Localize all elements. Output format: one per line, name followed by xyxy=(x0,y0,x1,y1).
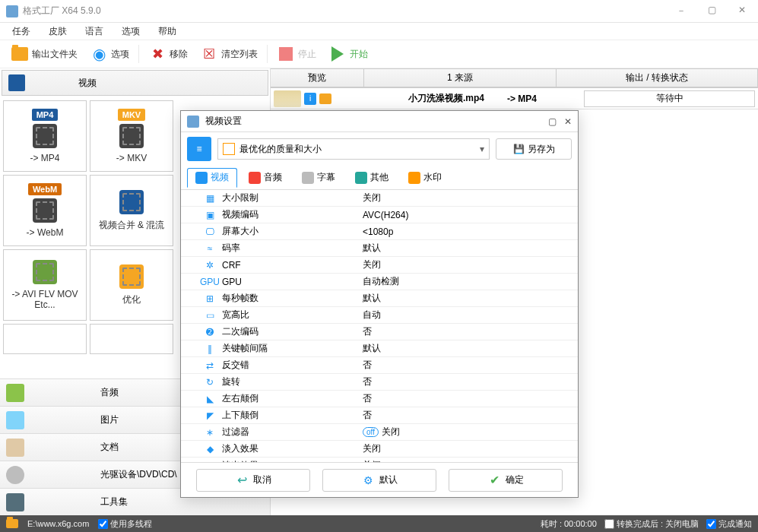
sb-folder-icon[interactable] xyxy=(6,519,18,528)
setting-row-2[interactable]: 🖵屏幕大小<1080p xyxy=(181,223,578,240)
optimize-icon xyxy=(119,264,144,289)
sb-notify[interactable]: 完成通知 xyxy=(706,518,752,530)
format-webm[interactable]: WebM -> WebM xyxy=(3,175,87,246)
clear-list-button[interactable]: ☒ 清空列表 xyxy=(194,43,264,65)
setting-value: 默认 xyxy=(363,242,572,255)
avi-icon xyxy=(33,260,57,284)
setting-row-13[interactable]: ◤上下颠倒否 xyxy=(181,407,578,424)
tab-subtitle[interactable]: 字幕 xyxy=(293,168,344,188)
format-optimize[interactable]: 优化 xyxy=(90,249,173,321)
profile-list-button[interactable]: ≡ xyxy=(187,137,211,161)
menu-language[interactable]: 语言 xyxy=(78,24,111,40)
setting-row-8[interactable]: ➋二次编码否 xyxy=(181,324,578,340)
format-mp4[interactable]: MP4 -> MP4 xyxy=(3,100,87,172)
tab-video[interactable]: 视频 xyxy=(187,168,237,188)
col-preview[interactable]: 预览 xyxy=(271,68,364,87)
clear-icon: ☒ xyxy=(200,45,218,63)
default-button[interactable]: ⚙默认 xyxy=(322,469,436,492)
audio-tab-icon xyxy=(249,172,261,184)
setting-row-1[interactable]: ▣视频编码AVC(H264) xyxy=(181,207,578,223)
menu-help[interactable]: 帮助 xyxy=(151,24,184,40)
document-icon xyxy=(6,439,24,457)
tab-watermark[interactable]: 水印 xyxy=(400,168,450,188)
video-category-header[interactable]: 视频 xyxy=(2,70,268,96)
mp4-badge: MP4 xyxy=(32,109,59,121)
remove-icon: ✖ xyxy=(148,45,167,63)
tab-other[interactable]: 其他 xyxy=(347,168,397,188)
setting-row-4[interactable]: ✲CRF关闭 xyxy=(181,257,578,274)
ok-button[interactable]: ✔确定 xyxy=(449,469,563,492)
saveas-button[interactable]: 💾 另存为 xyxy=(496,138,572,160)
setting-icon: ▦ xyxy=(204,192,216,204)
setting-value: 关闭 xyxy=(363,442,572,455)
sb-after[interactable]: 转换完成后 : 关闭电脑 xyxy=(604,518,699,530)
setting-value: 否 xyxy=(363,409,572,422)
setting-icon: ⊞ xyxy=(204,293,216,305)
gear-icon: ⚙ xyxy=(361,473,375,487)
menu-skin[interactable]: 皮肤 xyxy=(41,24,75,40)
save-icon: 💾 xyxy=(513,144,525,154)
setting-row-6[interactable]: ⊞每秒帧数默认 xyxy=(181,290,578,307)
setting-icon: ➋ xyxy=(204,326,216,338)
setting-row-10[interactable]: ⇄反交错否 xyxy=(181,357,578,374)
start-button[interactable]: 开始 xyxy=(322,43,374,65)
check-icon: ✔ xyxy=(487,473,501,487)
dialog-titlebar: 视频设置 ▢ ✕ xyxy=(181,111,578,132)
info-icon[interactable]: i xyxy=(304,93,316,105)
stop-button[interactable]: 停止 xyxy=(271,43,322,65)
mp4-icon xyxy=(33,124,57,148)
file-row[interactable]: i 小刀洗澡视频.mp4 -> MP4 等待中 xyxy=(271,88,758,109)
col-output[interactable]: 输出 / 转换状态 xyxy=(557,68,758,87)
setting-row-14[interactable]: ∗过滤器off关闭 xyxy=(181,424,578,441)
setting-label: 屏幕大小 xyxy=(222,225,363,238)
separator xyxy=(267,45,268,63)
format-avi[interactable]: -> AVI FLV MOV Etc... xyxy=(3,249,87,321)
setting-row-0[interactable]: ▦大小限制关闭 xyxy=(181,190,578,207)
output-folder-button[interactable]: 输出文件夹 xyxy=(5,43,84,65)
options-button[interactable]: ◉ 选项 xyxy=(84,43,135,65)
mp4-label: -> MP4 xyxy=(27,153,62,163)
setting-row-11[interactable]: ↻旋转否 xyxy=(181,374,578,391)
output-cell: 等待中 xyxy=(584,90,755,107)
dialog-maximize[interactable]: ▢ xyxy=(548,116,557,127)
setting-value: <1080p xyxy=(363,226,572,237)
close-button[interactable]: ✕ xyxy=(732,5,752,17)
col-source[interactable]: 1 来源 xyxy=(364,68,557,87)
setting-value: 否 xyxy=(363,359,572,372)
cancel-button[interactable]: ↩取消 xyxy=(196,469,310,492)
dialog-close[interactable]: ✕ xyxy=(564,116,572,127)
format-mkv[interactable]: MKV -> MKV xyxy=(90,100,173,172)
setting-row-3[interactable]: ≈码率默认 xyxy=(181,240,578,257)
format-extra2[interactable] xyxy=(90,324,173,354)
video-header-label: 视频 xyxy=(78,77,97,90)
menu-tasks[interactable]: 任务 xyxy=(5,24,38,40)
notify-checkbox[interactable] xyxy=(706,519,716,529)
dvd-icon xyxy=(6,466,24,484)
remove-label: 移除 xyxy=(170,48,188,61)
file-name: 小刀洗澡视频.mp4 xyxy=(408,92,484,105)
start-label: 开始 xyxy=(350,48,368,61)
dvd-label: 光驱设备\DVD\CD\ xyxy=(100,468,177,481)
tab-audio[interactable]: 音频 xyxy=(240,168,290,188)
format-extra1[interactable] xyxy=(3,324,87,354)
setting-label: 视频编码 xyxy=(222,208,363,221)
open-folder-icon[interactable] xyxy=(319,93,331,104)
setting-row-5[interactable]: GPUGPU自动检测 xyxy=(181,274,578,290)
sb-multithread[interactable]: 使用多线程 xyxy=(98,518,152,530)
setting-icon: ∗ xyxy=(204,426,216,439)
setting-row-7[interactable]: ▭宽高比自动 xyxy=(181,307,578,324)
remove-button[interactable]: ✖ 移除 xyxy=(142,43,194,65)
format-merge[interactable]: 视频合并 & 混流 xyxy=(90,175,173,246)
maximize-button[interactable]: ▢ xyxy=(702,5,722,17)
after-checkbox[interactable] xyxy=(604,519,614,529)
setting-row-15[interactable]: ◆淡入效果关闭 xyxy=(181,441,578,458)
multithread-checkbox[interactable] xyxy=(98,519,108,529)
setting-value: 默认 xyxy=(363,342,572,355)
setting-row-12[interactable]: ◣左右颠倒否 xyxy=(181,391,578,407)
minimize-button[interactable]: － xyxy=(671,5,691,17)
profile-select[interactable]: 最优化的质量和大小 ▾ xyxy=(217,138,490,160)
setting-row-9[interactable]: ‖关键帧间隔默认 xyxy=(181,340,578,357)
dialog-title: 视频设置 xyxy=(205,115,242,128)
image-label: 图片 xyxy=(100,413,119,426)
menu-options[interactable]: 选项 xyxy=(114,24,147,40)
